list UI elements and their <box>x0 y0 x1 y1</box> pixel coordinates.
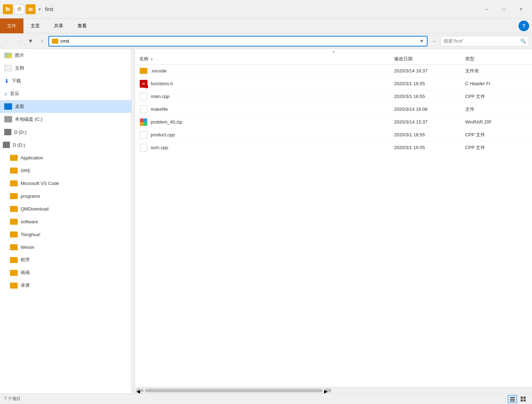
file-row-sum-cpp[interactable]: sum.cpp 2020/3/1 16:55 CPP 文件 <box>135 141 532 154</box>
sidebar-item-huahua[interactable]: 画画 <box>0 266 131 279</box>
address-input[interactable] <box>60 38 417 44</box>
file-rows: .vscode 2020/3/14 16:37 文件夹 H functions.… <box>135 65 532 387</box>
forward-button[interactable]: → <box>14 36 24 46</box>
sidebar-label-desktop: 桌面 <box>15 103 24 110</box>
file-row-product-cpp[interactable]: product.cpp 2020/3/1 16:55 CPP 文件 <box>135 129 532 141</box>
quick-access-icon2[interactable] <box>14 4 24 14</box>
close-button[interactable]: ✕ <box>513 4 529 15</box>
product-cpp-icon <box>139 131 148 138</box>
tab-share[interactable]: 共享 <box>47 18 70 33</box>
address-dropdown-icon[interactable]: ▼ <box>419 38 424 44</box>
sidebar-item-documents[interactable]: 文档 <box>0 62 131 75</box>
recent-locations-button[interactable]: ▼ <box>26 36 36 46</box>
col-header-date-label: 修改日期 <box>394 56 413 62</box>
downloads-icon: ⬇ <box>4 78 9 84</box>
sidebar-item-vscode[interactable]: Microsoft VS Code <box>0 177 131 190</box>
desktop-icon <box>4 103 12 110</box>
file-row-problem-zip[interactable]: problem_40.zip 2020/3/14 15:37 WinRAR ZI… <box>135 116 532 129</box>
file-cell-main-cpp-type: CPP 文件 <box>461 90 532 103</box>
up-button[interactable]: ↑ <box>37 36 47 46</box>
sidebar-item-chengxu[interactable]: 程序 <box>0 253 131 266</box>
hscroll-right-btn[interactable]: ▶ <box>324 389 331 392</box>
back-button[interactable]: ← <box>3 36 13 46</box>
title-bar: ▾ first ─ □ ✕ <box>0 0 532 18</box>
sidebar-label-downloads: 下载 <box>12 78 21 84</box>
col-header-name[interactable]: 名称 ▲ <box>135 53 390 65</box>
view-large-button[interactable] <box>518 395 528 403</box>
view-details-button[interactable] <box>508 395 517 403</box>
file-row-main-cpp[interactable]: main.cpp 2020/3/1 16:55 CPP 文件 <box>135 90 532 103</box>
sidebar-item-weixin[interactable]: Weixin <box>0 241 131 253</box>
quick-access-icon1[interactable] <box>3 4 13 14</box>
maximize-button[interactable]: □ <box>496 4 512 15</box>
sidebar-item-qmdownload[interactable]: QMDownload <box>0 202 131 215</box>
sidebar-item-tsinghua[interactable]: Tsinghua! <box>0 228 131 241</box>
drive-c-icon <box>4 116 12 122</box>
folder-chengxu-icon <box>10 257 18 263</box>
sidebar-label-documents: 文档 <box>15 65 24 71</box>
sidebar-label-luping: 录屏 <box>21 282 30 289</box>
drive-d-section-icon <box>3 142 10 148</box>
tab-view[interactable]: 查看 <box>70 18 94 33</box>
horizontal-scrollbar[interactable]: ◀ ▶ <box>135 387 532 393</box>
sidebar-label-application: Application <box>21 155 43 160</box>
hscroll-left-btn[interactable]: ◀ <box>136 389 144 392</box>
window-controls: ─ □ ✕ <box>479 4 529 15</box>
file-row-functions-h[interactable]: H functions.h 2020/3/1 16:55 C Header Fi <box>135 77 532 90</box>
file-cell-vscode-name: .vscode <box>135 65 390 77</box>
col-header-date[interactable]: 修改日期 <box>390 53 461 65</box>
sidebar-item-gre[interactable]: GRE <box>0 164 131 177</box>
sidebar-resize-handle[interactable] <box>131 49 135 393</box>
svg-rect-11 <box>523 399 526 402</box>
file-cell-problem-zip-date: 2020/3/14 15:37 <box>390 116 461 128</box>
address-go-button[interactable]: → <box>429 36 439 46</box>
file-name-vscode: .vscode <box>151 68 167 73</box>
folder-application-icon <box>10 155 18 161</box>
svg-rect-3 <box>18 7 21 9</box>
file-name-problem-zip: problem_40.zip <box>151 119 182 125</box>
file-row-vscode[interactable]: .vscode 2020/3/14 16:37 文件夹 <box>135 65 532 77</box>
col-header-type[interactable]: 类型 <box>461 53 532 65</box>
file-row-makefile[interactable]: makefile 2020/3/14 16:08 文件 <box>135 103 532 116</box>
sidebar-item-downloads[interactable]: ⬇ 下载 <box>0 75 131 87</box>
minimize-button[interactable]: ─ <box>479 4 495 15</box>
file-cell-sum-cpp-name: sum.cpp <box>135 141 390 154</box>
sidebar-item-music[interactable]: ♪ 音乐 <box>0 87 131 100</box>
sidebar-item-luping[interactable]: 录屏 <box>0 279 131 292</box>
sidebar-label-programs: programs <box>21 193 40 199</box>
file-cell-product-cpp-name: product.cpp <box>135 129 390 141</box>
file-cell-vscode-type: 文件夹 <box>461 65 532 77</box>
tab-file[interactable]: 文件 <box>0 18 23 33</box>
sidebar-item-drive-c[interactable]: 本地磁盘 (C:) <box>0 113 131 126</box>
h-file-icon: H <box>140 80 147 88</box>
folder-luping-icon <box>10 283 18 289</box>
sidebar-item-programs[interactable]: programs <box>0 190 131 202</box>
folder-software-icon <box>10 219 18 225</box>
file-cell-makefile-type: 文件 <box>461 103 532 115</box>
help-button[interactable]: ? <box>518 21 529 31</box>
address-bar: ← → ▼ ↑ ▼ → 🔍 <box>0 33 532 49</box>
status-right <box>508 395 528 403</box>
sidebar-label-tsinghua: Tsinghua! <box>21 232 41 237</box>
sidebar-label-software: software <box>21 219 38 224</box>
folder-weixin-icon <box>10 244 18 250</box>
sum-cpp-icon <box>139 144 148 151</box>
sidebar-label-gre: GRE <box>21 168 31 173</box>
svg-rect-6 <box>510 399 515 400</box>
sidebar-item-drive-d-top[interactable]: D (D:) <box>0 126 131 138</box>
hscroll-thumb[interactable] <box>145 389 323 392</box>
folder-gre-icon <box>10 168 18 174</box>
search-input[interactable] <box>444 38 519 44</box>
sidebar-label-pictures: 图片 <box>15 52 24 59</box>
sidebar-label-weixin: Weixin <box>21 245 34 250</box>
sidebar-item-desktop[interactable]: 桌面 <box>0 100 131 113</box>
sidebar-item-application[interactable]: Application <box>0 151 131 164</box>
file-name-product-cpp: product.cpp <box>151 132 175 137</box>
sidebar-item-software[interactable]: software <box>0 215 131 228</box>
tab-home[interactable]: 主页 <box>23 18 47 33</box>
sidebar-section-d[interactable]: D (D:) <box>0 138 131 151</box>
ribbon: 文件 主页 共享 查看 ? <box>0 18 532 33</box>
search-icon[interactable]: 🔍 <box>520 38 526 44</box>
quick-access-icon3[interactable] <box>26 4 36 14</box>
sidebar-item-pictures[interactable]: 图片 <box>0 49 131 62</box>
